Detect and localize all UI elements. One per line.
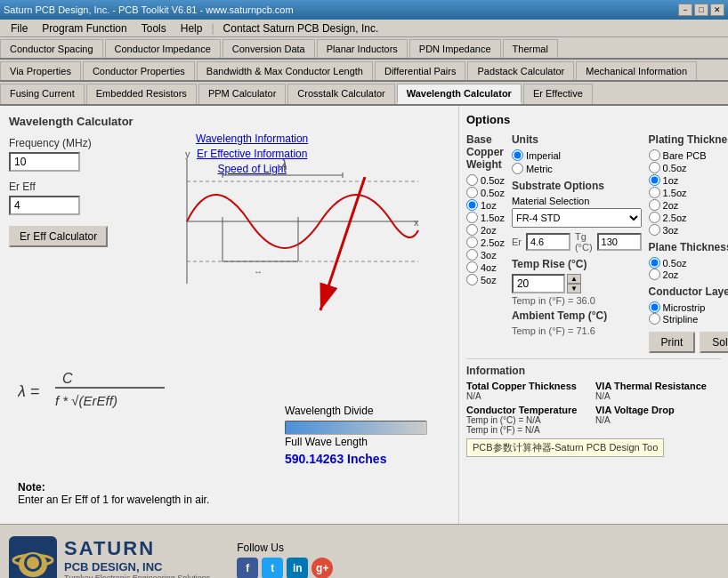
copper-4oz-item[interactable]: 4oz xyxy=(466,261,505,273)
plating-3oz-radio[interactable] xyxy=(649,224,660,236)
tab-pdn-impedance[interactable]: PDN Impedance xyxy=(409,39,501,58)
tab-embedded-resistors[interactable]: Embedded Resistors xyxy=(86,84,197,104)
metric-item[interactable]: Metric xyxy=(512,163,642,174)
copper-0-5oz-item[interactable]: 0.5oz xyxy=(466,174,505,186)
tab-er-effective[interactable]: Er Effective xyxy=(523,84,593,104)
copper-2oz-item[interactable]: 2oz xyxy=(466,224,505,236)
solve-button[interactable]: Solve! xyxy=(700,332,728,353)
wavelength-divide-area: Wavelength Divide xyxy=(285,405,427,435)
temp-spin: ▲ ▼ xyxy=(567,274,581,293)
saturn-text-area: SATURN PCB DESIGN, INC Turnkey Electroni… xyxy=(64,537,210,578)
stripline-radio[interactable] xyxy=(649,313,660,325)
twitter-icon[interactable]: t xyxy=(262,558,283,579)
close-button[interactable]: ✕ xyxy=(710,4,724,16)
menu-program-function[interactable]: Program Function xyxy=(35,20,133,36)
imperial-item[interactable]: Imperial xyxy=(512,149,642,161)
tab-differential-pairs[interactable]: Differential Pairs xyxy=(375,61,466,80)
plating-title: Plating Thickness xyxy=(649,133,728,146)
copper-0-5oz-item2[interactable]: 0.5oz xyxy=(466,187,505,198)
plane-2oz-item[interactable]: 2oz xyxy=(649,269,728,280)
note-area: Note: Enter an Er Eff of 1 for wavelengt… xyxy=(18,481,209,506)
copper-1-5oz-item[interactable]: 1.5oz xyxy=(466,212,505,223)
google-plus-icon[interactable]: g+ xyxy=(311,558,333,579)
plating-2oz-radio[interactable] xyxy=(649,199,660,211)
copper-1-5oz-radio[interactable] xyxy=(466,212,478,223)
tab-conductor-properties[interactable]: Conductor Properties xyxy=(83,61,195,80)
plane-0-5oz-item[interactable]: 0.5oz xyxy=(649,257,728,269)
copper-4oz-radio[interactable] xyxy=(466,261,478,273)
tab-crosstalk-calculator[interactable]: Crosstalk Calculator xyxy=(287,84,394,104)
plating-1oz-item[interactable]: 1oz xyxy=(649,174,728,186)
copper-0-5oz-radio[interactable] xyxy=(466,174,478,186)
plating-2oz-item[interactable]: 2oz xyxy=(649,199,728,211)
plating-1oz-radio[interactable] xyxy=(649,174,660,186)
metric-radio[interactable] xyxy=(512,163,523,174)
copper-3oz-item[interactable]: 3oz xyxy=(466,249,505,261)
er-input[interactable] xyxy=(526,233,570,251)
plane-0-5oz-radio[interactable] xyxy=(649,257,660,269)
bottom-bar: SATURN PCB DESIGN, INC Turnkey Electroni… xyxy=(0,524,728,578)
microstrip-item[interactable]: Microstrip xyxy=(649,301,728,313)
plane-2oz-radio[interactable] xyxy=(649,269,660,280)
microstrip-radio[interactable] xyxy=(649,301,660,313)
tab-planar-inductors[interactable]: Planar Inductors xyxy=(317,39,408,58)
copper-1oz-item[interactable]: 1oz xyxy=(466,199,505,211)
plating-3oz-item[interactable]: 3oz xyxy=(649,224,728,236)
copper-1oz-radio[interactable] xyxy=(466,199,478,211)
plating-2-5oz-radio[interactable] xyxy=(649,212,660,223)
menu-contact[interactable]: Contact Saturn PCB Design, Inc. xyxy=(216,20,386,36)
tab-ppm-calculator[interactable]: PPM Calculator xyxy=(198,84,286,104)
note-line2: Enter an Er Eff of 1 for wavelength in a… xyxy=(18,494,209,506)
plating-0-5oz-item[interactable]: 0.5oz xyxy=(649,162,728,173)
minimize-button[interactable]: − xyxy=(678,4,692,16)
plating-2-5oz-item[interactable]: 2.5oz xyxy=(649,212,728,223)
metric-label: Metric xyxy=(526,164,553,174)
copper-2-5oz-radio[interactable] xyxy=(466,237,478,248)
temp-rise-input[interactable] xyxy=(512,274,565,293)
copper-2oz-radio[interactable] xyxy=(466,224,478,236)
plane-thickness-section: Plane Thickness 0.5oz 2oz xyxy=(649,241,728,280)
full-wave-label: Full Wave Length xyxy=(285,436,386,448)
tab-conductor-spacing[interactable]: Conductor Spacing xyxy=(0,39,103,58)
tab-wavelength-calculator[interactable]: Wavelength Calculator xyxy=(397,84,522,104)
imperial-radio[interactable] xyxy=(512,149,523,161)
plating-1-5oz-radio[interactable] xyxy=(649,187,660,198)
plating-1-5oz-item[interactable]: 1.5oz xyxy=(649,187,728,198)
ambient-temp-title: Ambient Temp (°C) xyxy=(512,309,642,322)
stripline-item[interactable]: Stripline xyxy=(649,313,728,325)
tab-mechanical[interactable]: Mechanical Information xyxy=(576,61,697,80)
wavelength-slider[interactable] xyxy=(285,421,427,435)
tab-fusing-current[interactable]: Fusing Current xyxy=(0,84,85,104)
maximize-button[interactable]: □ xyxy=(694,4,708,16)
er-eff-input[interactable] xyxy=(9,196,80,215)
tab-via-properties[interactable]: Via Properties xyxy=(0,61,81,80)
menu-tools[interactable]: Tools xyxy=(134,20,174,36)
temp-rise-title: Temp Rise (°C) xyxy=(512,258,642,270)
linkedin-icon[interactable]: in xyxy=(287,558,308,579)
copper-3oz-radio[interactable] xyxy=(466,249,478,261)
wavelength-info-link[interactable]: Wavelength Information xyxy=(196,132,308,145)
plating-bare-item[interactable]: Bare PCB xyxy=(649,149,728,161)
frequency-input[interactable] xyxy=(9,152,80,172)
menu-file[interactable]: File xyxy=(4,20,35,36)
tab-conductor-impedance[interactable]: Conductor Impedance xyxy=(105,39,221,58)
plating-bare-radio[interactable] xyxy=(649,149,660,161)
plating-0-5oz-radio[interactable] xyxy=(649,162,660,173)
copper-0-5oz-radio2[interactable] xyxy=(466,187,478,198)
temp-spin-down[interactable]: ▼ xyxy=(567,284,581,293)
material-select[interactable]: FR-4 STD FR-4 High Tg Rogers 4003 xyxy=(512,208,642,228)
copper-5oz-radio[interactable] xyxy=(466,274,478,285)
print-button[interactable]: Print xyxy=(649,332,696,353)
tab-padstack[interactable]: Padstack Calculator xyxy=(467,61,574,80)
tg-input[interactable] xyxy=(597,233,642,251)
temp-spin-up[interactable]: ▲ xyxy=(567,274,581,284)
tab-conversion-data[interactable]: Conversion Data xyxy=(222,39,315,58)
tab-bandwidth[interactable]: Bandwidth & Max Conductor Length xyxy=(197,61,373,80)
temp-rise-section: Temp Rise (°C) ▲ ▼ Temp in (°F) = 36.0 xyxy=(512,258,642,306)
tab-thermal[interactable]: Thermal xyxy=(503,39,558,58)
copper-2-5oz-item[interactable]: 2.5oz xyxy=(466,237,505,248)
copper-5oz-item[interactable]: 5oz xyxy=(466,274,505,285)
er-eff-calculator-button[interactable]: Er Eff Calculator xyxy=(9,226,108,247)
facebook-icon[interactable]: f xyxy=(237,558,258,579)
menu-help[interactable]: Help xyxy=(174,20,210,36)
